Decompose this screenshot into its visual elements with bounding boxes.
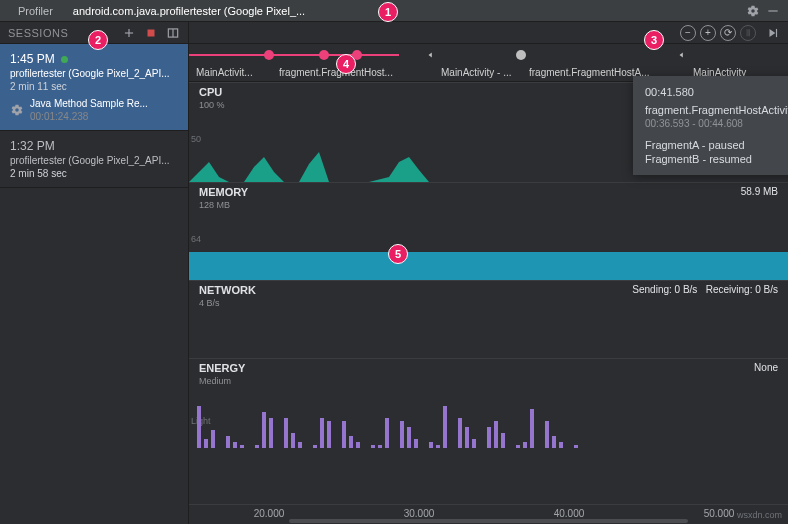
session-time: 1:45 PM [10, 52, 55, 66]
energy-bars [189, 398, 788, 448]
tab-process[interactable]: android.com.java.profilertester (Google … [63, 0, 315, 22]
cpu-header: CPU [199, 86, 222, 98]
network-scale: 4 B/s [199, 298, 220, 308]
tooltip-fragment: FragmentB - resumed [645, 153, 788, 165]
profiler-main: − + ⟳ ⦀ MainActivit... fragment.Fragment… [189, 22, 788, 524]
add-session-icon[interactable] [122, 26, 136, 40]
activity-label: MainActivit... [196, 67, 253, 78]
tooltip-range: 00:36.593 - 00:44.608 [645, 118, 788, 129]
session-duration: 2 min 11 sec [10, 81, 178, 92]
callout-badge: 5 [388, 244, 408, 264]
energy-scale: Medium [199, 376, 231, 386]
energy-header: ENERGY [199, 362, 245, 374]
time-axis: 20.000 30.000 40.000 50.000 [189, 504, 788, 524]
tab-profiler[interactable]: Profiler [8, 0, 63, 22]
callout-badge: 2 [88, 30, 108, 50]
session-item[interactable]: 1:45 PM profilertester (Google Pixel_2_A… [0, 44, 188, 131]
memory-bar [189, 252, 788, 280]
activity-label: fragment.FragmentHostA... [529, 67, 650, 78]
activity-label: MainActivity - ... [441, 67, 512, 78]
session-item[interactable]: 1:32 PM profilertester (Google Pixel_2_A… [0, 131, 188, 188]
energy-value: None [754, 362, 778, 373]
go-live-icon[interactable] [766, 26, 780, 40]
activity-tooltip: 00:41.580 fragment.FragmentHostActivity … [633, 76, 788, 175]
tooltip-fragment: FragmentA - paused [645, 139, 788, 151]
stop-record-icon[interactable] [144, 26, 158, 40]
zoom-in-button[interactable]: + [700, 25, 716, 41]
memory-scale: 128 MB [199, 200, 230, 210]
network-chart[interactable]: NETWORK 4 B/s Sending: 0 B/s Receiving: … [189, 280, 788, 358]
memory-chart[interactable]: MEMORY 128 MB 58.9 MB 64 [189, 182, 788, 280]
svg-rect-0 [768, 10, 777, 11]
sessions-panel: SESSIONS 1:45 PM profilertester (Google … [0, 22, 189, 524]
method-time: 00:01:24.238 [30, 111, 148, 122]
method-name: Java Method Sample Re... [30, 98, 148, 109]
session-time: 1:32 PM [10, 139, 178, 153]
callout-badge: 4 [336, 54, 356, 74]
network-header: NETWORK [199, 284, 256, 296]
memory-value: 58.9 MB [741, 186, 778, 197]
svg-rect-4 [776, 28, 777, 36]
tooltip-title: fragment.FragmentHostActivity - stopped … [645, 104, 788, 116]
back-arrow-icon [677, 50, 687, 60]
live-dot-icon [61, 56, 68, 63]
x-tick: 50.000 [704, 508, 735, 519]
toggle-panel-icon[interactable] [166, 26, 180, 40]
energy-chart[interactable]: ENERGY Medium None Light [189, 358, 788, 468]
minimize-icon[interactable] [766, 4, 780, 18]
tooltip-time: 00:41.580 [645, 86, 788, 98]
session-duration: 2 min 58 sec [10, 168, 178, 179]
x-tick: 30.000 [404, 508, 435, 519]
gear-icon [10, 103, 24, 117]
session-name: profilertester (Google Pixel_2_API... [10, 68, 178, 79]
memory-header: MEMORY [199, 186, 248, 198]
session-name: profilertester (Google Pixel_2_API... [10, 155, 178, 166]
x-tick: 20.000 [254, 508, 285, 519]
callout-badge: 1 [378, 2, 398, 22]
gear-icon[interactable] [746, 4, 760, 18]
svg-rect-1 [148, 29, 155, 36]
network-info: Sending: 0 B/s Receiving: 0 B/s [632, 284, 778, 295]
x-tick: 40.000 [554, 508, 585, 519]
time-scrollbar[interactable] [289, 519, 688, 523]
watermark: wsxdn.com [737, 510, 782, 520]
cpu-scale: 100 % [199, 100, 225, 110]
activity-label: fragment.FragmentHost... [279, 67, 393, 78]
zoom-out-button[interactable]: − [680, 25, 696, 41]
callout-badge: 3 [644, 30, 664, 50]
timeline-toolbar: − + ⟳ ⦀ [189, 22, 788, 44]
separator-icon: ⦀ [740, 25, 756, 41]
back-arrow-icon [426, 50, 436, 60]
memory-tick: 64 [191, 234, 201, 244]
reset-zoom-button[interactable]: ⟳ [720, 25, 736, 41]
